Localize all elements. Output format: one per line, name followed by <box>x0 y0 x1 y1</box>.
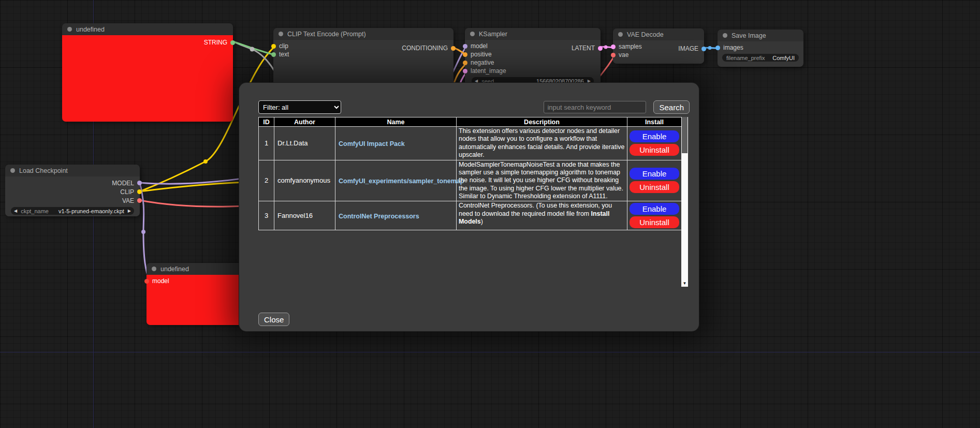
input-dot-model[interactable] <box>144 279 149 284</box>
scrollbar-down-arrow-icon[interactable]: ▼ <box>681 281 688 286</box>
node-title-bar[interactable]: CLIP Text Encode (Prompt) <box>273 28 454 40</box>
col-header-description: Description <box>457 117 627 127</box>
output-dot-model[interactable] <box>137 181 142 185</box>
enable-button[interactable]: Enable <box>630 130 679 142</box>
node-vae-decode[interactable]: VAE Decode samples vae IMAGE <box>613 28 704 64</box>
collapse-dot-icon[interactable] <box>723 33 727 38</box>
wire-string-to-text-input <box>233 41 275 55</box>
collapse-dot-icon[interactable] <box>67 27 72 32</box>
input-dot-clip[interactable] <box>271 44 276 49</box>
node-undefined-top[interactable]: undefined STRING <box>62 23 233 122</box>
input-dot-images[interactable] <box>715 46 720 50</box>
extension-install-cell: EnableUninstall <box>627 160 682 201</box>
output-slot-vae[interactable]: VAE <box>5 196 142 205</box>
uninstall-button[interactable]: Uninstall <box>630 216 679 228</box>
input-dot-model[interactable] <box>463 44 467 49</box>
node-title-bar[interactable]: VAE Decode <box>613 28 704 40</box>
col-header-name: Name <box>335 117 457 127</box>
input-dot-negative[interactable] <box>463 61 467 65</box>
output-dot-image[interactable] <box>701 47 706 51</box>
col-header-id: ID <box>259 117 274 127</box>
output-dot-string[interactable] <box>230 40 235 45</box>
input-dot-latent-image[interactable] <box>463 69 467 73</box>
node-title: KSampler <box>479 31 507 38</box>
scrollbar-thumb[interactable] <box>682 117 688 153</box>
collapse-dot-icon[interactable] <box>470 32 475 36</box>
extension-link[interactable]: ComfyUI Impact Pack <box>339 140 405 147</box>
node-graph-canvas[interactable]: undefined STRING CLIP Text Encode (Promp… <box>0 0 980 428</box>
col-header-install: Install <box>627 117 682 127</box>
output-slot-image[interactable]: IMAGE <box>678 45 706 53</box>
node-title-bar[interactable]: Save Image <box>718 29 803 41</box>
extension-install-cell: EnableUninstall <box>627 127 682 160</box>
input-dot-samples[interactable] <box>611 45 616 49</box>
node-body: images filename_prefix ComfyUI <box>718 41 803 67</box>
input-dot-text[interactable] <box>271 52 276 57</box>
node-title: Load Checkpoint <box>19 167 68 174</box>
node-title: CLIP Text Encode (Prompt) <box>287 31 366 38</box>
input-dot-vae[interactable] <box>611 53 616 57</box>
input-slot-negative[interactable]: negative <box>463 58 601 67</box>
enable-button[interactable]: Enable <box>630 203 679 215</box>
extension-row: 3Fannovel16ControlNet PreprocessorsContr… <box>259 201 682 230</box>
uninstall-button[interactable]: Uninstall <box>630 181 679 193</box>
collapse-dot-icon[interactable] <box>10 168 15 173</box>
extension-id: 2 <box>259 160 274 201</box>
extension-author: Dr.Lt.Data <box>274 127 335 160</box>
filter-select[interactable]: Filter: all <box>258 100 341 114</box>
output-dot-conditioning[interactable] <box>451 46 456 51</box>
extension-name-cell: ComfyUI_experiments/sampler_tonemap <box>335 160 457 201</box>
extension-description: This extension offers various detector n… <box>457 127 627 160</box>
close-button[interactable]: Close <box>258 313 289 326</box>
output-dot-clip[interactable] <box>137 189 142 194</box>
output-dot-vae[interactable] <box>137 198 142 203</box>
extension-description: ModelSamplerTonemapNoiseTest a node that… <box>457 160 627 201</box>
node-title-bar[interactable]: undefined <box>62 23 233 35</box>
scrollbar[interactable]: ▼ <box>681 117 688 287</box>
input-slot-images[interactable]: images <box>715 43 803 52</box>
extension-link[interactable]: ComfyUI_experiments/sampler_tonemap <box>339 178 464 185</box>
output-slot-conditioning[interactable]: CONDITIONING <box>402 44 456 52</box>
extension-link[interactable]: ControlNet Preprocessors <box>339 213 419 220</box>
wire-dot-latent <box>604 46 608 49</box>
node-title-bar[interactable]: Load Checkpoint <box>5 165 140 176</box>
uninstall-button[interactable]: Uninstall <box>630 144 679 156</box>
ckpt-name-widget[interactable]: ◀ ckpt_name v1-5-pruned-emaonly.ckpt ▶ <box>11 207 134 215</box>
enable-button[interactable]: Enable <box>630 168 679 180</box>
output-slot-clip[interactable]: CLIP <box>5 187 142 196</box>
node-title-bar[interactable]: KSampler <box>465 28 601 40</box>
node-title: undefined <box>160 265 189 273</box>
collapse-dot-icon[interactable] <box>618 32 623 37</box>
output-slot-string[interactable]: STRING <box>204 38 235 47</box>
col-header-author: Author <box>274 117 335 127</box>
input-dot-positive[interactable] <box>463 52 467 57</box>
search-button[interactable]: Search <box>653 100 690 114</box>
table-header-row: ID Author Name Description Install <box>259 117 682 127</box>
output-dot-latent[interactable] <box>598 46 603 51</box>
node-load-checkpoint[interactable]: Load Checkpoint MODEL CLIP VAE ◀ ckpt_na… <box>5 165 140 216</box>
extensions-table-wrap: ID Author Name Description Install 1Dr.L… <box>258 117 681 287</box>
wire-dot-image <box>708 46 712 50</box>
next-arrow-icon[interactable]: ▶ <box>128 209 131 213</box>
node-ksampler[interactable]: KSampler model positive negative latent_… <box>465 28 601 89</box>
extension-row: 2comfyanonymousComfyUI_experiments/sampl… <box>259 160 682 201</box>
collapse-dot-icon[interactable] <box>152 267 156 271</box>
extensions-scroll-area: ID Author Name Description Install 1Dr.L… <box>258 117 688 287</box>
node-body: STRING <box>62 35 233 122</box>
output-slot-model[interactable]: MODEL <box>5 179 142 187</box>
node-title: VAE Decode <box>627 31 664 38</box>
extension-description: ControlNet Preprocessors. (To use this e… <box>457 201 627 230</box>
search-input[interactable] <box>544 101 646 113</box>
filename-prefix-widget[interactable]: filename_prefix ComfyUI <box>722 54 799 62</box>
node-save-image[interactable]: Save Image images filename_prefix ComfyU… <box>718 29 803 67</box>
node-title: Save Image <box>732 32 766 39</box>
previous-arrow-icon[interactable]: ◀ <box>14 209 17 213</box>
grid-axis-horizontal <box>0 352 980 352</box>
input-slot-latent-image[interactable]: latent_image <box>463 67 601 75</box>
node-body: samples vae IMAGE <box>613 40 704 64</box>
wire-dot-model <box>141 230 145 234</box>
output-slot-latent[interactable]: LATENT <box>572 44 603 52</box>
extension-id: 1 <box>259 127 274 160</box>
node-body: MODEL CLIP VAE ◀ ckpt_name v1-5-pruned-e… <box>5 176 140 216</box>
collapse-dot-icon[interactable] <box>279 32 283 36</box>
